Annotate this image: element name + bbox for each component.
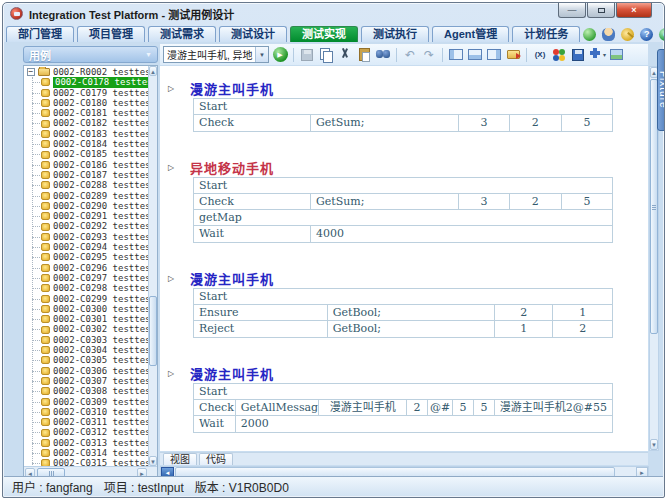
case-combo[interactable]: 漫游主叫手机, 异地 ▼ [163,46,269,63]
run-icon[interactable]: ▶ [272,47,288,63]
main-tab-测试执行[interactable]: 测试执行 [361,26,429,42]
key-icon[interactable] [621,28,634,41]
table-cell[interactable]: GetBool; [328,305,495,320]
tree-item[interactable]: 0002-C0310 testtest [24,407,148,417]
main-tab-项目管理[interactable]: 项目管理 [77,26,145,42]
collapse-triangle-icon[interactable]: ▷ [168,84,190,93]
table-cell[interactable]: 3 [459,194,509,209]
table-cell[interactable]: Ensure [194,305,328,320]
table-cell[interactable]: Start [194,289,612,304]
tree-item[interactable]: 0002-C0184 testtest [24,139,148,149]
table-cell[interactable]: 2 [553,321,612,337]
scroll-down-icon[interactable]: ▼ [650,439,658,450]
help-icon[interactable]: ? [640,28,653,41]
table-cell[interactable]: 1 [553,305,612,320]
tree-item[interactable]: 0002-C0299 testtest [24,294,148,304]
table-cell[interactable]: 2000 [236,416,612,432]
combo-dropdown-icon[interactable]: ▼ [255,47,268,62]
tree-item[interactable]: 0002-C0185 testtest [24,149,148,159]
main-tab-测试设计[interactable]: 测试设计 [219,26,287,42]
tree-item[interactable]: 0002-C0314 testtest [24,448,148,458]
tree-item[interactable]: 0002-C0179 testtest [24,88,148,98]
section-header[interactable]: ▷漫游主叫手机 [160,366,648,381]
table-cell[interactable]: GetSum; [311,115,459,131]
table-cell[interactable]: GetAllMessage; [236,400,320,415]
tree-item[interactable]: 0002-C0294 testtest [24,242,148,252]
table-cell[interactable]: Wait [194,226,311,242]
web-icon[interactable]: e [659,28,665,41]
tree-item[interactable]: 0002-C0293 testtest [24,232,148,242]
tree-item[interactable]: 0002-C0305 testtest [24,355,148,365]
tree-item[interactable]: 0002-C0306 testtest [24,366,148,376]
export-case-icon[interactable] [505,47,521,63]
tree-item[interactable]: 0002-C0290 testtest [24,201,148,211]
tree-item[interactable]: 0002-C0295 testtest [24,252,148,262]
table-cell[interactable]: Wait [194,416,236,432]
table-cell[interactable]: 5 [562,115,612,131]
save-all-icon[interactable] [570,47,586,63]
table-cell[interactable]: Start [194,99,612,114]
window-layout-icon-3[interactable] [486,47,502,63]
collapse-triangle-icon[interactable]: ▷ [168,163,190,172]
section-header[interactable]: ▷异地移动手机 [160,160,648,175]
tree-root-node[interactable]: −0002-R0002 testtest [24,67,148,77]
table-cell[interactable]: 5 [453,400,474,415]
tree-item[interactable]: 0002-C0302 testtest [24,324,148,334]
tree-item[interactable]: 0002-C0291 testtest [24,211,148,221]
collapse-triangle-icon[interactable]: ▷ [168,369,190,378]
tree-item[interactable]: 0002-C0301 testtest [24,314,148,324]
user-icon[interactable] [602,28,615,41]
tree-item[interactable]: 0002-C0304 testtest [24,345,148,355]
scroll-down-icon[interactable]: ▼ [149,456,157,466]
tree-item[interactable]: 0002-C0182 testtest [24,118,148,128]
close-button[interactable]: × [616,3,652,18]
table-cell[interactable]: 漫游主叫手机 [319,400,407,415]
table-cell[interactable]: 4000 [311,226,612,242]
tree-item[interactable]: 0002-C0297 testtest [24,273,148,283]
chevron-down-icon[interactable]: ▼ [145,51,152,58]
tree-vertical-scrollbar[interactable]: ▲ ▼ [148,66,157,466]
paste-icon[interactable] [356,47,372,63]
tree-item[interactable]: 0002-C0298 testtest [24,283,148,293]
table-cell[interactable]: Reject [194,321,328,337]
maximize-button[interactable] [587,3,615,18]
add-item-icon[interactable] [589,47,605,63]
tree-item[interactable]: 0002-C0288 testtest [24,180,148,190]
table-cell[interactable]: Check [194,400,236,415]
minimize-button[interactable]: — [558,3,586,18]
sidebar-header[interactable]: 用例 ▼ [23,46,158,63]
tree-item[interactable]: 0002-C0300 testtest [24,304,148,314]
copy-icon[interactable] [318,47,334,63]
tree-vscroll-thumb[interactable] [149,296,157,366]
tree-item[interactable]: 0002-C0309 testtest [24,397,148,407]
tree-item[interactable]: 0002-C0308 testtest [24,386,148,396]
collapse-triangle-icon[interactable]: ▷ [168,274,190,283]
table-cell[interactable]: Check [194,194,311,209]
main-tab-测试需求[interactable]: 测试需求 [148,26,216,42]
section-header[interactable]: ▷漫游主叫手机 [160,271,648,286]
tree-item[interactable]: 0002-C0312 testtest [24,427,148,437]
sync-icon[interactable] [583,28,596,41]
main-tab-部门管理[interactable]: 部门管理 [6,26,74,42]
tree-item[interactable]: 0002-C0178 testtest [24,77,148,87]
fixture-side-tab[interactable]: Fixture [657,49,665,131]
table-cell[interactable]: 2 [510,115,562,131]
tree-item[interactable]: 0002-C0307 testtest [24,376,148,386]
tab-code[interactable]: 代码 [199,453,233,465]
window-layout-icon-2[interactable] [467,47,483,63]
table-cell[interactable]: 2 [495,305,554,320]
scroll-up-icon[interactable]: ▲ [149,66,157,76]
report-icon[interactable] [608,47,624,63]
tree-item[interactable]: 0002-C0303 testtest [24,335,148,345]
table-cell[interactable]: Start [194,384,612,399]
table-cell[interactable]: 2 [510,194,562,209]
table-cell[interactable]: Check [194,115,311,131]
redo-icon[interactable]: ↷ [421,47,437,63]
save-icon[interactable] [299,47,315,63]
cut-icon[interactable] [337,47,353,63]
xml-view-icon[interactable]: (X) [532,47,548,63]
table-cell[interactable]: 5 [474,400,495,415]
tree-item[interactable]: 0002-C0180 testtest [24,98,148,108]
table-cell[interactable]: GetSum; [311,194,459,209]
table-cell[interactable]: @# [428,400,453,415]
